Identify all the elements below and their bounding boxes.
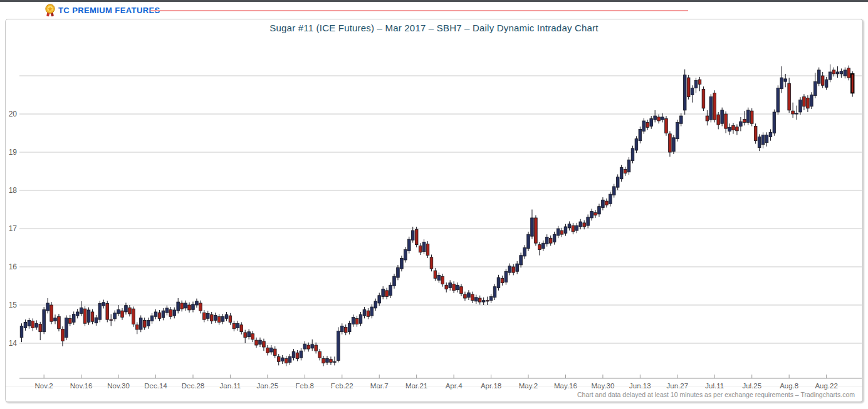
candle	[474, 295, 478, 304]
candle	[430, 254, 433, 271]
candle	[478, 296, 481, 305]
candle	[240, 322, 243, 334]
y-tick-label: 15	[9, 301, 18, 309]
candle	[776, 85, 780, 115]
candle	[196, 299, 199, 308]
candle	[419, 243, 422, 255]
banner-divider-line	[150, 10, 688, 11]
candle	[535, 215, 538, 246]
candle	[650, 116, 653, 129]
candle	[527, 232, 530, 251]
candle	[188, 303, 191, 313]
candle	[367, 308, 370, 319]
candle	[520, 252, 523, 267]
candle	[568, 221, 571, 230]
candle	[721, 108, 724, 127]
candle	[594, 210, 597, 218]
candle	[780, 66, 783, 93]
candle	[95, 315, 98, 326]
candle	[303, 341, 306, 351]
candle	[244, 330, 247, 343]
candle	[359, 312, 362, 326]
candle	[788, 78, 791, 113]
candle	[672, 135, 676, 155]
candle	[761, 132, 765, 148]
candle	[612, 184, 615, 198]
candle	[378, 293, 381, 306]
candle	[113, 311, 117, 322]
candle	[400, 256, 404, 271]
candle	[512, 264, 515, 276]
candle	[221, 314, 224, 324]
candle	[545, 234, 548, 247]
candle	[679, 113, 682, 127]
candle	[482, 298, 485, 305]
candle	[292, 349, 295, 360]
candle	[598, 204, 601, 217]
candle	[441, 274, 444, 287]
candle	[542, 241, 545, 251]
candle	[736, 124, 739, 135]
candle	[311, 339, 314, 351]
candle	[135, 322, 139, 334]
candle	[199, 301, 202, 314]
y-tick-label: 20	[9, 110, 18, 118]
candle	[355, 316, 358, 327]
candle	[840, 68, 843, 78]
candle	[370, 304, 374, 319]
candle	[285, 356, 288, 366]
candle	[24, 319, 27, 331]
candle	[177, 298, 180, 313]
candle	[411, 227, 414, 243]
candle	[266, 345, 269, 355]
candle	[233, 321, 236, 331]
candle	[76, 309, 79, 318]
candle	[102, 299, 105, 308]
candle	[583, 220, 586, 230]
candle	[810, 92, 813, 109]
y-tick-label: 18	[9, 186, 18, 195]
candle	[210, 312, 213, 324]
premium-features-link[interactable]: TC PREMIUM FEATURES	[58, 6, 160, 15]
chart-panel: Sugar #11 (ICE Futures) – Mar 2017 – SBH…	[5, 19, 863, 402]
candle	[288, 354, 291, 365]
candle	[281, 355, 284, 364]
candle	[255, 338, 258, 348]
candle	[590, 209, 593, 220]
candle	[326, 356, 329, 365]
candle	[147, 318, 150, 329]
candle	[803, 94, 806, 110]
y-tick-label: 14	[9, 339, 18, 348]
candle	[307, 343, 310, 352]
price-chart-svg: 20191817161514Nov.2Nov.16Nov.30Dec.14Dec…	[6, 19, 862, 401]
y-tick-label: 17	[9, 224, 18, 233]
candle	[713, 90, 716, 122]
candle	[616, 174, 619, 190]
candle	[452, 281, 456, 293]
candle	[106, 301, 109, 322]
candle	[35, 320, 38, 329]
candle	[471, 292, 474, 303]
candle	[270, 345, 273, 355]
candle	[158, 310, 161, 321]
exchange-disclaimer: Chart and data delayed at least 10 minut…	[577, 391, 855, 398]
candle	[180, 301, 184, 312]
candle	[217, 314, 221, 325]
candle	[363, 307, 366, 318]
candle	[98, 301, 102, 322]
candle	[572, 223, 575, 234]
candle	[322, 356, 325, 366]
candle	[531, 210, 534, 239]
candle	[87, 308, 90, 325]
candle	[669, 131, 672, 157]
candle	[758, 134, 761, 151]
candle	[676, 120, 679, 142]
candle	[639, 127, 642, 143]
candle	[203, 310, 206, 323]
candle	[434, 268, 437, 281]
candle	[426, 241, 429, 258]
candle	[300, 348, 303, 361]
candle	[627, 157, 630, 175]
candle	[318, 349, 322, 360]
candle	[110, 314, 113, 326]
